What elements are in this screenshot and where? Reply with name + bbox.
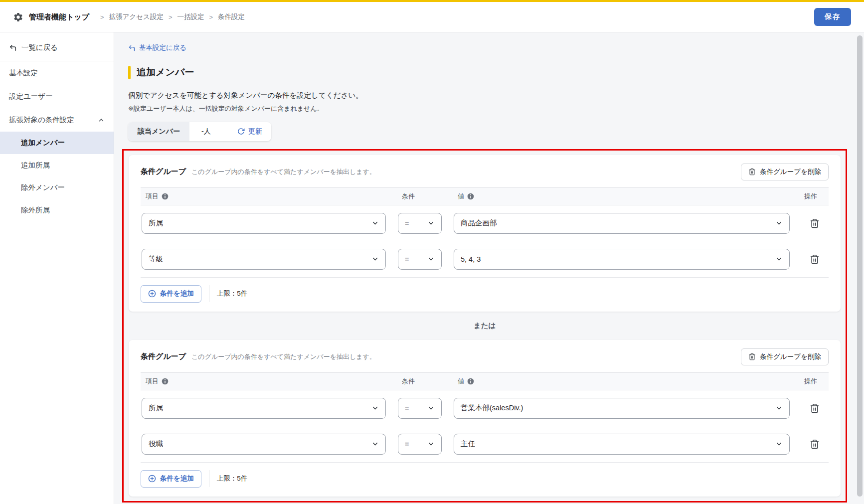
sidebar-group-label: 拡張対象の条件設定 [9, 115, 74, 125]
chevron-down-icon [427, 219, 435, 227]
save-button[interactable]: 保存 [814, 8, 851, 26]
value-select[interactable]: 商品企画部 [454, 213, 790, 234]
operator-select[interactable]: = [398, 249, 442, 270]
add-condition-button[interactable]: 条件を追加 [141, 285, 201, 303]
condition-row: 所属 = 営業本部(salesDiv.) [141, 390, 829, 426]
sidebar-subitem-exclude-departments[interactable]: 除外所属 [0, 199, 114, 221]
operator-select[interactable]: = [398, 213, 442, 234]
breadcrumb-separator: > [209, 13, 213, 21]
sidebar-subitem-exclude-members[interactable]: 除外メンバー [0, 176, 114, 199]
sidebar-item-extension-conditions[interactable]: 拡張対象の条件設定 [0, 108, 114, 132]
column-value-label: 値 [458, 377, 464, 386]
value-select[interactable]: 5, 4, 3 [454, 249, 790, 270]
column-item-label: 項目 [146, 192, 159, 201]
add-condition-label: 条件を追加 [160, 474, 194, 483]
sidebar-subitem-add-departments[interactable]: 追加所属 [0, 154, 114, 176]
value-select[interactable]: 主任 [454, 434, 790, 455]
delete-group-button[interactable]: 条件グループを削除 [741, 164, 829, 180]
delete-group-label: 条件グループを削除 [760, 168, 821, 176]
breadcrumb-item-condition-settings: 条件設定 [218, 12, 245, 21]
delete-condition-button[interactable] [809, 438, 821, 450]
info-icon[interactable] [162, 193, 169, 200]
trash-icon [810, 254, 820, 264]
trash-icon [748, 168, 756, 175]
delete-condition-button[interactable] [809, 217, 821, 229]
info-icon[interactable] [467, 378, 474, 385]
refresh-icon [237, 128, 245, 135]
member-count-label: 該当メンバー [128, 122, 189, 141]
column-value-label: 値 [458, 192, 464, 201]
delete-condition-button[interactable] [809, 402, 821, 414]
item-select[interactable]: 等級 [142, 249, 386, 270]
operator-select-value: = [405, 440, 409, 448]
operator-select-value: = [405, 404, 409, 412]
operator-select[interactable]: = [398, 398, 442, 419]
condition-table: 項目 条件 値 操作 [141, 372, 829, 463]
info-icon[interactable] [467, 193, 474, 200]
undo-icon [128, 44, 136, 52]
item-select-value: 所属 [149, 403, 163, 413]
footer-divider [209, 285, 209, 302]
sidebar-subitem-add-members[interactable]: 追加メンバー [0, 132, 114, 154]
undo-icon [9, 44, 17, 52]
footer-divider [209, 470, 209, 487]
operator-select[interactable]: = [398, 434, 442, 455]
chevron-down-icon [427, 255, 435, 263]
sidebar-back-label: 一覧に戻る [21, 43, 58, 52]
delete-condition-button[interactable] [809, 253, 821, 265]
trash-icon [810, 403, 820, 413]
value-select-value: 営業本部(salesDiv.) [461, 403, 523, 413]
gear-icon [13, 12, 23, 22]
value-select-value: 5, 4, 3 [461, 255, 481, 263]
breadcrumb-item-bulk-settings[interactable]: 一括設定 [177, 12, 204, 21]
refresh-button[interactable]: 更新 [235, 122, 271, 141]
breadcrumb-separator: > [100, 13, 104, 21]
main-content: 基本設定に戻る 追加メンバー 個別でアクセスを可能とする対象メンバーの条件を設定… [114, 32, 864, 504]
title-accent-bar [128, 66, 131, 79]
sidebar-item-basic-settings[interactable]: 基本設定 [0, 61, 114, 85]
chevron-down-icon [775, 219, 783, 227]
delete-group-button[interactable]: 条件グループを削除 [741, 348, 829, 365]
column-condition-label: 条件 [402, 377, 446, 386]
breadcrumb-item-access-settings[interactable]: 拡張アクセス設定 [109, 12, 164, 21]
chevron-down-icon [775, 255, 783, 263]
chevron-down-icon [371, 255, 379, 263]
admin-settings-page: 管理者機能トップ > 拡張アクセス設定 > 一括設定 > 条件設定 保存 一覧に… [0, 0, 864, 504]
condition-groups-highlight-frame: 条件グループ このグループ内の条件をすべて満たすメンバーを抽出します。 条件グル… [122, 149, 847, 503]
app-title: 管理者機能トップ [29, 12, 89, 22]
condition-table-header: 項目 条件 値 操作 [141, 372, 829, 390]
condition-row: 役職 = 主任 [141, 426, 829, 462]
add-condition-label: 条件を追加 [160, 289, 194, 298]
condition-limit-text: 上限：5件 [217, 474, 248, 483]
back-link-label: 基本設定に戻る [139, 43, 186, 52]
sidebar-back-to-list[interactable]: 一覧に戻る [0, 34, 114, 61]
chevron-down-icon [427, 404, 435, 412]
condition-limit-text: 上限：5件 [217, 289, 248, 298]
member-count-value: -人 [189, 122, 235, 141]
value-select[interactable]: 営業本部(salesDiv.) [454, 398, 790, 419]
item-select-value: 役職 [149, 439, 163, 449]
back-to-basic-settings-link[interactable]: 基本設定に戻る [128, 43, 186, 52]
info-icon[interactable] [162, 378, 169, 385]
item-select[interactable]: 役職 [142, 434, 386, 455]
group-title: 条件グループ [141, 352, 186, 361]
group-subtitle: このグループ内の条件をすべて満たすメンバーを抽出します。 [191, 168, 376, 176]
condition-table-header: 項目 条件 値 操作 [141, 187, 829, 205]
condition-group-2: 条件グループ このグループ内の条件をすべて満たすメンバーを抽出します。 条件グル… [129, 340, 841, 497]
column-operation-label: 操作 [798, 377, 824, 386]
top-bar: 管理者機能トップ > 拡張アクセス設定 > 一括設定 > 条件設定 保存 [0, 0, 864, 32]
plus-circle-icon [148, 290, 156, 298]
column-item-label: 項目 [146, 377, 159, 386]
item-select[interactable]: 所属 [142, 213, 386, 234]
condition-row: 等級 = 5, 4, 3 [141, 241, 829, 277]
item-select[interactable]: 所属 [142, 398, 386, 419]
breadcrumb-separator: > [169, 13, 173, 21]
page-title: 追加メンバー [137, 66, 194, 79]
breadcrumb: > 拡張アクセス設定 > 一括設定 > 条件設定 [95, 12, 245, 21]
delete-group-label: 条件グループを削除 [760, 352, 821, 361]
add-condition-button[interactable]: 条件を追加 [141, 470, 201, 488]
chevron-down-icon [371, 440, 379, 448]
group-title: 条件グループ [141, 167, 186, 176]
sidebar-item-setting-users[interactable]: 設定ユーザー [0, 85, 114, 108]
vertical-scrollbar[interactable] [857, 35, 863, 497]
